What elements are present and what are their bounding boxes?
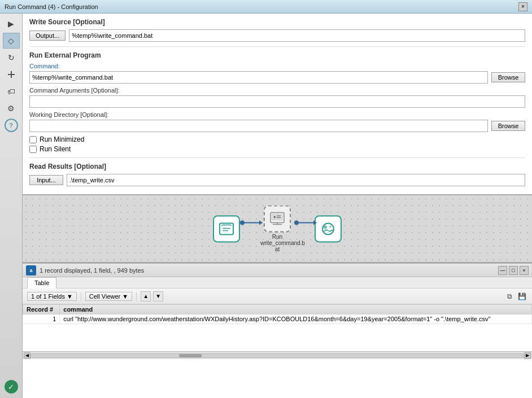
- conn-dot-2: [294, 220, 299, 225]
- status-text: 1 record displayed, 1 field, , 949 bytes: [40, 267, 144, 274]
- run-silent-row: Run Silent: [29, 145, 525, 153]
- scroll-left-arrow[interactable]: ◀: [24, 352, 30, 359]
- fields-label: 1 of 1 Fields: [31, 293, 65, 300]
- fields-dropdown-button[interactable]: 1 of 1 Fields ▼: [27, 292, 77, 301]
- cell-viewer-icon: ▼: [122, 293, 128, 300]
- browse-dir-button[interactable]: Browse: [491, 121, 525, 131]
- svg-point-12: [324, 225, 327, 229]
- close-button[interactable]: ×: [518, 2, 527, 11]
- input-value-field[interactable]: [67, 174, 525, 186]
- command-row: Browse: [29, 71, 525, 84]
- results-title-bar: a 1 record displayed, 1 field, , 949 byt…: [23, 264, 532, 277]
- working-dir-row: Browse: [29, 120, 525, 132]
- sidebar-icon-tag[interactable]: 🏷: [3, 84, 20, 99]
- command-label: Command:: [29, 63, 525, 69]
- svg-rect-1: [11, 71, 12, 78]
- sidebar: ▶ ◇ ↻ 🏷 ⚙ ? ✓: [0, 14, 23, 398]
- run-minimized-label: Run Minimized: [40, 135, 84, 143]
- scroll-right-arrow[interactable]: ▶: [524, 352, 531, 359]
- cell-viewer-button[interactable]: Cell Viewer ▼: [85, 292, 132, 301]
- sidebar-icon-play[interactable]: ▶: [3, 16, 20, 32]
- sidebar-icon-refresh[interactable]: ↻: [3, 50, 20, 65]
- svg-rect-6: [272, 214, 283, 221]
- working-dir-input[interactable]: [29, 120, 488, 132]
- config-panel: Write Source [Optional] Output... Run Ex…: [23, 14, 532, 398]
- copy-icon[interactable]: ⧉: [504, 291, 515, 302]
- working-dir-label: Working Directory [Optional]:: [29, 111, 525, 118]
- divider-1: [29, 46, 525, 47]
- command-args-label: Command Arguments [Optional]:: [29, 87, 525, 94]
- sidebar-icon-add[interactable]: [3, 67, 20, 82]
- config-top-section: Write Source [Optional] Output... Run Ex…: [23, 14, 532, 195]
- results-title-left: a 1 record displayed, 1 field, , 949 byt…: [26, 265, 144, 275]
- run-minimized-checkbox[interactable]: [29, 136, 37, 143]
- divider-2: [29, 158, 525, 158]
- run-silent-label: Run Silent: [40, 145, 71, 153]
- results-title-right: — □ ×: [498, 266, 529, 275]
- results-toolbar: 1 of 1 Fields ▼ Cell Viewer ▼ ▲ ▼ ⧉ 💾: [23, 288, 532, 304]
- input-row: Input...: [29, 174, 525, 186]
- connector-2: [294, 220, 315, 225]
- title-bar: Run Command (4) - Configuration ×: [0, 0, 532, 14]
- run-minimized-row: Run Minimized: [29, 135, 525, 143]
- conn-dot-1: [240, 220, 245, 225]
- output-button[interactable]: Output...: [29, 30, 66, 41]
- horizontal-scrollbar[interactable]: ◀ ▶: [23, 351, 532, 359]
- run-silent-checkbox[interactable]: [29, 146, 37, 153]
- run-node-container: Runwrite_command.bat: [260, 205, 294, 252]
- scroll-thumb[interactable]: [179, 354, 202, 357]
- svg-point-11: [322, 223, 334, 234]
- sidebar-icon-gear[interactable]: ⚙: [3, 100, 20, 116]
- toolbar-sep-1: [81, 292, 81, 301]
- conn-line-1: [245, 222, 260, 223]
- workflow: Runwrite_command.bat: [213, 205, 342, 252]
- confirm-button[interactable]: ✓: [5, 380, 18, 393]
- read-results-label: Read Results [Optional]: [29, 163, 525, 170]
- scroll-track[interactable]: [30, 353, 524, 358]
- write-source-label: Write Source [Optional]: [29, 18, 525, 26]
- fields-dropdown-icon: ▼: [67, 293, 73, 300]
- sidebar-icon-diamond[interactable]: ◇: [3, 33, 20, 49]
- table-wrapper[interactable]: Record # command 1curl "http://www.wunde…: [23, 304, 532, 351]
- table-header-row: Record # command: [23, 305, 532, 314]
- window-title: Run Command (4) - Configuration: [5, 3, 98, 10]
- cell-viewer-label: Cell Viewer: [89, 293, 120, 300]
- tab-table[interactable]: Table: [27, 277, 56, 288]
- output-value-input[interactable]: [69, 29, 525, 42]
- input-button[interactable]: Input...: [29, 175, 63, 185]
- command-input[interactable]: [29, 71, 488, 84]
- results-panel: a 1 record displayed, 1 field, , 949 byt…: [23, 263, 532, 359]
- right-icons: ⧉ 💾: [504, 291, 527, 302]
- results-close-button[interactable]: ×: [520, 266, 529, 275]
- col-record: Record #: [23, 305, 60, 314]
- cell-record-num: 1: [23, 314, 60, 324]
- browse-command-button[interactable]: Browse: [491, 72, 525, 82]
- sort-desc-button[interactable]: ▼: [153, 291, 163, 301]
- results-table: Record # command 1curl "http://www.wunde…: [23, 304, 532, 324]
- output-node-icon[interactable]: [315, 215, 342, 242]
- sort-asc-button[interactable]: ▲: [141, 291, 151, 301]
- arrow-2: [313, 220, 317, 225]
- command-args-input[interactable]: [29, 95, 525, 108]
- input-node-icon[interactable]: [213, 215, 240, 242]
- run-node-label: Runwrite_command.bat: [260, 234, 294, 252]
- arrow-1: [259, 220, 263, 225]
- maximize-button[interactable]: □: [509, 266, 518, 275]
- output-row: Output...: [29, 29, 525, 42]
- cell-command: curl "http://www.wunderground.com/weathe…: [60, 314, 532, 324]
- svg-point-13: [329, 225, 332, 228]
- table-row[interactable]: 1curl "http://www.wunderground.com/weath…: [23, 314, 532, 324]
- minimize-button[interactable]: —: [498, 266, 507, 275]
- output-node-container: [315, 215, 342, 242]
- main-container: ▶ ◇ ↻ 🏷 ⚙ ? ✓ Write Source [Optional] Ou…: [0, 14, 532, 398]
- question-circle: ?: [5, 119, 18, 132]
- canvas-area: Runwrite_command.bat: [23, 195, 532, 263]
- save-icon[interactable]: 💾: [516, 291, 527, 302]
- conn-line-2: [299, 222, 315, 223]
- toolbar-sep-2: [136, 292, 137, 301]
- col-command: command: [60, 305, 532, 314]
- sidebar-icon-question[interactable]: ?: [3, 117, 20, 133]
- input-node-container: [213, 215, 240, 242]
- run-node-icon[interactable]: [264, 205, 291, 233]
- connector-1: [240, 220, 260, 225]
